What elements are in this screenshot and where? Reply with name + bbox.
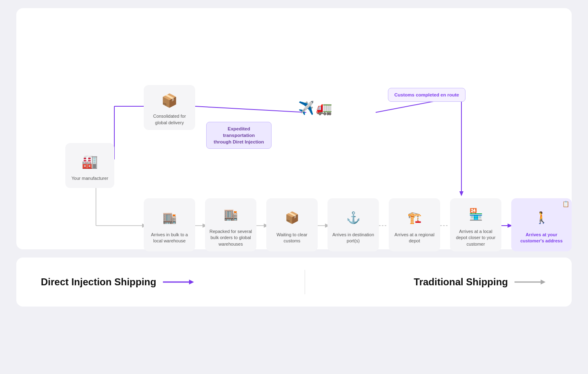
trad-step2-icon: 🏬 bbox=[219, 203, 242, 226]
transport-icons: ✈️ 🚛 bbox=[298, 100, 332, 116]
trad-step3-label: Waiting to clearcustoms bbox=[276, 232, 307, 244]
trad-step4-label: Arrives in destinationport(s) bbox=[332, 232, 374, 244]
direct-injection-label: Direct Injection Shipping bbox=[41, 276, 156, 288]
di-consolidated-node: 📦 Consolidated forglobal delivery bbox=[144, 85, 195, 130]
transport-callout: Expedited transportationthrough Diret In… bbox=[206, 122, 272, 149]
svg-marker-21 bbox=[189, 280, 194, 284]
customs-callout: Customs completed en route bbox=[388, 88, 466, 102]
trad-step3-icon: 📦 bbox=[281, 206, 303, 229]
manufacturer-label: Your manufacturer bbox=[71, 175, 108, 181]
trad-step2-node: 🏬 Repacked for severalbulk orders to glo… bbox=[205, 198, 256, 251]
traditional-legend: Traditional Shipping bbox=[414, 276, 547, 288]
trad-step4-node: ⚓ Arrives in destinationport(s) bbox=[327, 198, 379, 251]
di-consolidated-label: Consolidated forglobal delivery bbox=[153, 113, 186, 126]
traditional-label: Traditional Shipping bbox=[414, 276, 508, 288]
manufacturer-icon: 🏭 bbox=[78, 150, 101, 173]
direct-injection-arrow-icon bbox=[163, 277, 196, 287]
direct-injection-legend: Direct Injection Shipping bbox=[41, 276, 196, 288]
svg-marker-6 bbox=[459, 191, 463, 196]
svg-line-3 bbox=[195, 106, 306, 112]
trad-step1-icon: 🏬 bbox=[158, 206, 181, 229]
trad-step5-label: Arrives at a regionaldepot bbox=[394, 232, 434, 244]
customs-callout-text: Customs completed en route bbox=[394, 92, 459, 97]
diagram-area: 🏭 Your manufacturer 📦 Consolidated forgl… bbox=[29, 25, 559, 237]
badge-icon: 📋 bbox=[562, 201, 569, 207]
trad-step2-label: Repacked for severalbulk orders to globa… bbox=[209, 228, 252, 247]
trad-step7-label: Arrives at yourcustomer's address bbox=[520, 232, 563, 244]
svg-marker-23 bbox=[541, 280, 546, 284]
trad-step4-icon: ⚓ bbox=[342, 206, 365, 229]
manufacturer-node: 🏭 Your manufacturer bbox=[65, 143, 114, 188]
main-diagram-card: 🏭 Your manufacturer 📦 Consolidated forgl… bbox=[16, 8, 572, 249]
transport-callout-text: Expedited transportationthrough Diret In… bbox=[214, 126, 264, 144]
trad-step7-node: 📋 🚶 Arrives at yourcustomer's address bbox=[511, 198, 572, 251]
trad-step7-icon: 🚶 bbox=[530, 206, 553, 229]
di-consolidated-icon: 📦 bbox=[158, 90, 181, 111]
legend-divider bbox=[305, 270, 305, 294]
plane-icon: ✈️ bbox=[298, 100, 314, 116]
trad-step6-node: 🏪 Arrives at a localdepot closer to your… bbox=[450, 198, 501, 251]
legend-card: Direct Injection Shipping Traditional Sh… bbox=[16, 258, 572, 307]
truck-icon: 🚛 bbox=[316, 100, 332, 116]
trad-step6-icon: 🏪 bbox=[464, 203, 487, 226]
trad-step5-node: 🏗️ Arrives at a regionaldepot bbox=[389, 198, 440, 251]
trad-step1-node: 🏬 Arrives in bulk to alocal warehouse bbox=[144, 198, 195, 251]
trad-step3-node: 📦 Waiting to clearcustoms bbox=[266, 198, 318, 251]
trad-step5-icon: 🏗️ bbox=[403, 206, 426, 229]
trad-step1-label: Arrives in bulk to alocal warehouse bbox=[151, 232, 188, 244]
traditional-arrow-icon bbox=[514, 277, 547, 287]
trad-step6-label: Arrives at a localdepot closer to yourcu… bbox=[456, 228, 496, 247]
